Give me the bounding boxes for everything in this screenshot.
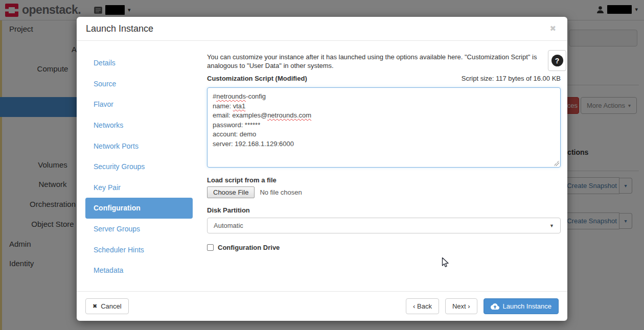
script-line: server: 192.168.1.129:6000 bbox=[213, 139, 555, 149]
tab-configuration[interactable]: Configuration bbox=[85, 198, 193, 219]
tab-security-groups[interactable]: Security Groups bbox=[85, 156, 193, 177]
disk-partition-select[interactable]: Automatic ▼ bbox=[207, 218, 561, 233]
modal-title: Launch Instance bbox=[86, 23, 547, 34]
tab-server-groups[interactable]: Server Groups bbox=[85, 219, 193, 240]
launch-instance-modal: Launch Instance ✖ Details Source Flavor … bbox=[77, 17, 567, 321]
cancel-button[interactable]: ✖ Cancel bbox=[85, 298, 129, 314]
customization-script-label: Customization Script (Modified) bbox=[207, 75, 307, 82]
script-line: email: examples@netrounds.com bbox=[213, 111, 555, 121]
launch-instance-button[interactable]: Launch Instance bbox=[484, 298, 559, 314]
resize-handle-icon[interactable] bbox=[554, 160, 559, 166]
disk-partition-value: Automatic bbox=[214, 222, 243, 229]
script-label-row: Customization Script (Modified) Script s… bbox=[207, 75, 561, 82]
wizard-footer-actions: ‹ Back Next › Launch Instance bbox=[406, 298, 559, 314]
question-mark-icon: ? bbox=[551, 55, 563, 66]
script-size-text: Script size: 117 bytes of 16.00 KB bbox=[462, 75, 561, 82]
tab-key-pair[interactable]: Key Pair bbox=[85, 177, 193, 198]
tab-scheduler-hints[interactable]: Scheduler Hints bbox=[85, 239, 193, 260]
configuration-drive-checkbox[interactable] bbox=[207, 244, 214, 251]
x-icon: ✖ bbox=[93, 303, 97, 310]
cloud-upload-icon bbox=[491, 303, 499, 310]
modal-header: Launch Instance ✖ bbox=[77, 17, 567, 41]
wizard-nav: Details Source Flavor Networks Network P… bbox=[85, 53, 193, 281]
tab-metadata[interactable]: Metadata bbox=[85, 260, 193, 281]
next-button[interactable]: Next › bbox=[445, 298, 477, 314]
screen: openstack. ▾ ▾ bbox=[0, 0, 644, 330]
no-file-chosen-text: No file chosen bbox=[260, 188, 302, 196]
modal-footer: ✖ Cancel ‹ Back Next › Launch Instance bbox=[77, 291, 567, 321]
configuration-drive-row: Configuration Drive bbox=[207, 244, 280, 251]
tab-source[interactable]: Source bbox=[85, 74, 193, 95]
script-line: account: demo bbox=[213, 130, 555, 139]
configuration-drive-label: Configuration Drive bbox=[218, 244, 280, 251]
tab-networks[interactable]: Networks bbox=[85, 115, 193, 136]
tab-flavor[interactable]: Flavor bbox=[85, 94, 193, 115]
file-input-row: Choose File No file chosen bbox=[207, 186, 302, 198]
select-arrow-icon: ▼ bbox=[549, 223, 554, 228]
tab-network-ports[interactable]: Network Ports bbox=[85, 135, 193, 156]
script-line: password: ****** bbox=[213, 121, 555, 130]
load-script-label: Load script from a file bbox=[207, 176, 277, 184]
back-button[interactable]: ‹ Back bbox=[406, 298, 439, 314]
help-button[interactable]: ? bbox=[548, 50, 566, 71]
disk-partition-label: Disk Partition bbox=[207, 206, 250, 214]
script-line: name: vta1 bbox=[213, 102, 555, 111]
close-icon[interactable]: ✖ bbox=[547, 24, 558, 33]
customization-script-textarea[interactable]: #netrounds-config name: vta1 email: exam… bbox=[207, 87, 561, 168]
tab-details[interactable]: Details bbox=[85, 53, 193, 74]
choose-file-button[interactable]: Choose File bbox=[207, 186, 255, 198]
script-line: #netrounds-config bbox=[213, 92, 555, 102]
mouse-cursor bbox=[442, 257, 449, 270]
step-description: You can customize your instance after it… bbox=[207, 53, 545, 70]
